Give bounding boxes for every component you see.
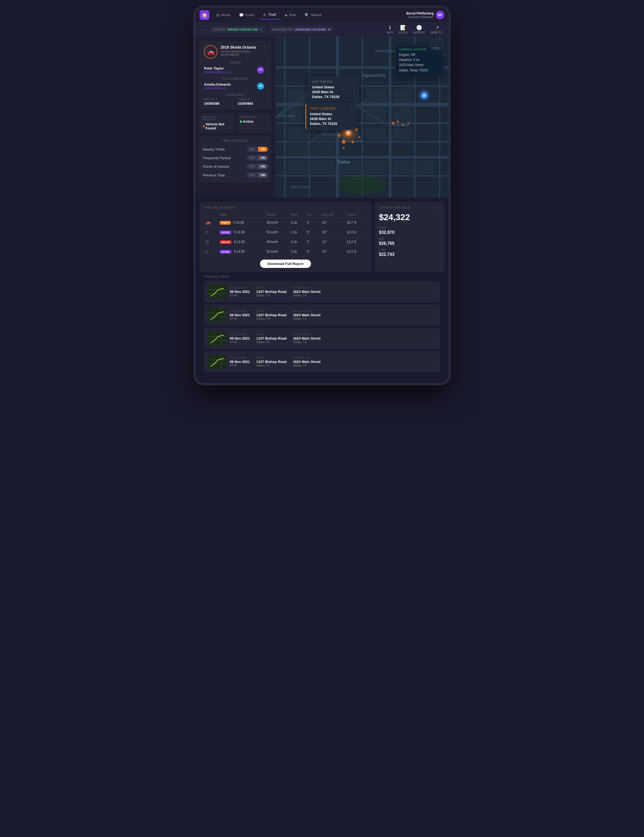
trip-time-3: 07:45 bbox=[230, 364, 250, 367]
trip-chevron-3[interactable]: › bbox=[435, 359, 436, 364]
points-interest-off[interactable]: OFF bbox=[247, 164, 258, 169]
trip-start-city-1: Dallas, TX bbox=[256, 317, 287, 320]
trip-info-row-3: DATE & TIME 08 Nov 2021 07:45 START 1107… bbox=[230, 356, 432, 367]
trip-card-0[interactable]: DATE & TIME 08 Nov 2021 07:45 START 1107… bbox=[204, 281, 440, 302]
timeline-row: ▷ ACCEL 5:14:30 51 km/h 2.1k 2° 13° 12.2… bbox=[204, 247, 367, 256]
driver-section-label: DRIVER bbox=[204, 61, 267, 64]
recovery-label: RECOVERY REQUEST bbox=[203, 116, 231, 121]
trip-start-label-2: START bbox=[256, 333, 287, 336]
user-avatar[interactable]: BF bbox=[436, 11, 444, 19]
device-frame: 🏠 ⊞ Home 💬 Crash ⚠ Theft ◈ Risk 🔍 Search bbox=[193, 5, 451, 385]
nearby-thefts-on[interactable]: ON bbox=[258, 147, 268, 152]
nav-tab-risk-label: Risk bbox=[289, 13, 296, 17]
nav-logo[interactable]: 🏠 bbox=[200, 10, 209, 20]
trip-time-0: 07:45 bbox=[230, 294, 250, 297]
kbb-mid-row: MID $26,765 bbox=[379, 238, 440, 246]
recovery-value: Vehicle Not Found ▼ bbox=[203, 122, 231, 130]
trip-start-addr-3: 1107 Bishop Road bbox=[256, 360, 287, 364]
row-rpm-1: 2.1k bbox=[289, 227, 305, 237]
col-time: TIME bbox=[218, 212, 265, 218]
points-interest-toggle[interactable]: OFF ON bbox=[247, 164, 268, 169]
last-parked-more[interactable]: ⋮ bbox=[352, 80, 356, 85]
driver-chevron[interactable]: › bbox=[265, 68, 267, 72]
freq-parked-on[interactable]: ON bbox=[258, 156, 268, 160]
trip-dest-label-0: DESTINATION bbox=[293, 286, 321, 289]
svg-text:Highland Park: Highland Park bbox=[362, 73, 385, 77]
trip-date-2: 08 Nov 2021 bbox=[230, 336, 250, 340]
row-speed-2: 45 km/h bbox=[265, 237, 289, 247]
nav-tab-risk[interactable]: ◈ Risk bbox=[281, 11, 300, 19]
action-info[interactable]: ℹ INFO bbox=[387, 25, 393, 34]
trip-date-0: 08 Nov 2021 bbox=[230, 290, 250, 294]
freq-parked-toggle[interactable]: OFF ON bbox=[247, 155, 268, 161]
kbb-more[interactable]: ⋮ bbox=[436, 206, 440, 211]
row-badge-time-3: ACCEL 5:14:30 bbox=[218, 247, 265, 256]
trip-chevron-1[interactable]: › bbox=[435, 313, 436, 318]
nearby-thefts-toggle[interactable]: OFF ON bbox=[247, 146, 268, 152]
crash-icon: 💬 bbox=[239, 13, 244, 17]
nav-tab-search[interactable]: 🔍 Search bbox=[301, 11, 326, 19]
kbb-card: CURRENT KBB VALUE ⋮ $24,322 HIGH $32,870… bbox=[375, 202, 444, 272]
trip-dest-2: DESTINATION 1623 Main Street Dallas, TX bbox=[293, 333, 321, 344]
nav-tab-crash[interactable]: 💬 Crash bbox=[235, 11, 259, 19]
download-full-report-button[interactable]: Download Full Report bbox=[260, 259, 311, 268]
trip-dest-addr-3: 1623 Main Street bbox=[293, 360, 321, 364]
action-history[interactable]: 🕐 HISTORY bbox=[413, 25, 425, 34]
trip-chevron-0[interactable]: › bbox=[435, 289, 436, 294]
vehicle-info: 2018 Skoda Octavia 1D7HU18238J145354 34,… bbox=[221, 45, 262, 56]
row-badge-2: BRAKE bbox=[220, 240, 231, 244]
freq-parked-off[interactable]: OFF bbox=[247, 156, 258, 160]
theft-more[interactable]: ⋮ bbox=[349, 107, 353, 112]
trip-chevron-2[interactable]: › bbox=[435, 336, 436, 341]
fleet-info: Amelia Edwards aedwards@vin.ll bbox=[204, 82, 231, 90]
vehicle-icon: 🚗 bbox=[204, 45, 217, 59]
trip-datetime-3: DATE & TIME 08 Nov 2021 07:45 bbox=[230, 356, 250, 367]
trip-date-3: 08 Nov 2021 bbox=[230, 360, 250, 364]
control-nearby-thefts: Nearby Thefts OFF ON bbox=[203, 145, 268, 154]
theft-address: United States2639 Main StDallas, TX 7522… bbox=[310, 112, 352, 126]
row-badge-time-1: ACCEL 5:14:30 bbox=[218, 227, 265, 237]
trip-card-3[interactable]: DATE & TIME 08 Nov 2021 07:45 START 1107… bbox=[204, 351, 440, 373]
points-interest-on[interactable]: ON bbox=[258, 164, 268, 169]
status-label: STATUS: bbox=[214, 28, 226, 31]
back-button[interactable]: ← bbox=[200, 26, 207, 33]
coverage-dot bbox=[240, 121, 242, 123]
trip-datetime-0: DATE & TIME 08 Nov 2021 07:45 bbox=[230, 286, 250, 297]
main-content: 🚗 2018 Skoda Octavia 1D7HU18238J145354 3… bbox=[195, 36, 449, 198]
trip-card-2[interactable]: DATE & TIME 08 Nov 2021 07:45 START 1107… bbox=[204, 328, 440, 349]
row-speed-0: 55 km/h bbox=[265, 218, 289, 227]
current-detail: Engine: OffDistance: 5 mi1623 Main Stree… bbox=[399, 53, 439, 73]
prev-trips-off[interactable]: OFF bbox=[247, 172, 258, 177]
control-freq-parked: Frequenty Parked OFF ON bbox=[203, 154, 268, 162]
prev-trips-toggle[interactable]: OFF ON bbox=[247, 172, 268, 178]
fleet-email: aedwards@vin.ll bbox=[204, 87, 231, 90]
assigned-pill[interactable]: ASSIGNED TO: LEONARDO OLIVEIRA ▼ bbox=[269, 26, 334, 33]
action-notes[interactable]: 📝 NOTES bbox=[398, 25, 408, 34]
last-parked-address: United States2639 Main StDallas, TX 7522… bbox=[312, 85, 355, 100]
send-icon: ↗ bbox=[435, 25, 439, 31]
row-incline-1: 13° bbox=[320, 227, 345, 237]
nav-tab-theft[interactable]: ⚠ Theft bbox=[259, 10, 280, 20]
fleet-name-text: Amelia Edwards bbox=[204, 82, 231, 87]
fleet-chevron[interactable]: › bbox=[265, 84, 267, 88]
vehicle-more-button[interactable]: ⋮ bbox=[262, 45, 267, 50]
row-tilt-0: 2° bbox=[305, 218, 320, 227]
trip-info-0: DATE & TIME 08 Nov 2021 07:45 START 1107… bbox=[230, 286, 432, 297]
trip-card-1[interactable]: DATE & TIME 08 Nov 2021 07:45 START 1107… bbox=[204, 304, 440, 326]
history-icon: 🕐 bbox=[416, 25, 422, 31]
prev-trips-on[interactable]: ON bbox=[258, 172, 268, 177]
nearby-thefts-off[interactable]: OFF bbox=[247, 147, 258, 152]
fleet-section-label: FLEET MANAGER bbox=[204, 77, 267, 80]
svg-text:FAIR PARK: FAIR PARK bbox=[393, 124, 409, 127]
trip-start-2: START 1107 Bishop Road Dallas, TX bbox=[256, 333, 287, 344]
row-force-2: 12.2 G bbox=[345, 237, 367, 247]
action-send[interactable]: ↗ SEND TO... bbox=[430, 25, 444, 34]
nav-tab-home[interactable]: ⊞ Home bbox=[213, 11, 234, 19]
theft-label: THEFT LOCATION bbox=[310, 107, 352, 110]
svg-point-57 bbox=[358, 136, 361, 138]
trip-dest-city-3: Dallas, TX bbox=[293, 364, 321, 367]
trips-title: PREVIOUS TRIPS bbox=[204, 276, 440, 278]
trip-datetime-2: DATE & TIME 08 Nov 2021 07:45 bbox=[230, 333, 250, 344]
trip-dest-3: DESTINATION 1623 Main Street Dallas, TX bbox=[293, 356, 321, 367]
status-pill[interactable]: STATUS: DRIVER CONTACTED ▼ bbox=[210, 26, 265, 33]
